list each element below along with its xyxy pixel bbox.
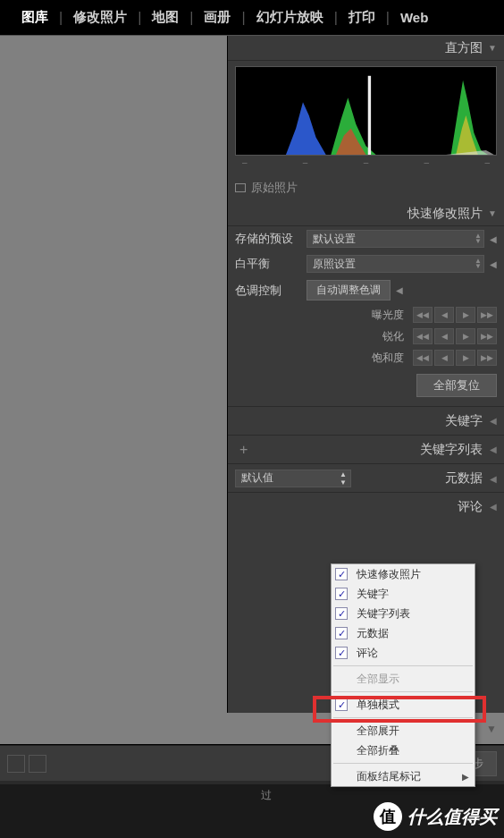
sharpen-dec-large[interactable]: ◀◀ [413,328,433,344]
nav-print[interactable]: 打印 [338,9,386,26]
sharpen-inc[interactable]: ▶ [456,328,475,344]
exposure-label: 曝光度 [372,308,404,323]
sharpen-inc-large[interactable]: ▶▶ [477,328,497,344]
keyword-list-title: 关键字列表 [420,442,483,458]
compare-icon[interactable] [29,755,46,773]
saturation-dec[interactable]: ◀ [434,350,454,366]
sharpen-dec[interactable]: ◀ [434,328,454,344]
chevron-down-icon: ▼ [488,43,497,53]
ctx-quick-develop[interactable]: ✓快速修改照片 [332,564,475,584]
nav-map[interactable]: 地图 [141,9,189,26]
ctx-metadata[interactable]: ✓元数据 [332,623,475,643]
quick-develop-title: 快速修改照片 [407,206,483,222]
chevron-left-icon: ◀ [490,502,497,512]
histogram-chart[interactable] [235,66,497,156]
histogram-header[interactable]: 直方图 ▼ [228,36,504,61]
tone-label: 色调控制 [235,283,307,299]
original-photo-row[interactable]: 原始照片 [228,174,504,201]
reset-all-button[interactable]: 全部复位 [416,374,497,397]
saturation-inc-large[interactable]: ▶▶ [477,350,497,366]
check-icon: ✓ [335,647,348,659]
check-icon: ✓ [335,568,348,580]
metadata-select[interactable]: 默认值▲▼ [235,470,351,487]
chevron-left-icon: ◀ [490,444,497,454]
svg-rect-0 [368,76,371,155]
saturation-dec-large[interactable]: ◀◀ [413,350,433,366]
original-photo-label: 原始照片 [251,180,298,196]
preset-label: 存储的预设 [235,231,307,247]
ctx-solo-mode[interactable]: ✓单独模式 [332,695,475,715]
keyword-list-header[interactable]: + 关键字列表◀ [228,435,504,463]
ctx-expand-all[interactable]: 全部展开 [332,721,475,741]
chevron-left-icon: ◀ [490,474,497,484]
ctx-collapse-all[interactable]: 全部折叠 [332,741,475,760]
exposure-dec-large[interactable]: ◀◀ [413,307,433,323]
histogram-title: 直方图 [445,40,483,56]
collapse-icon[interactable]: ◀ [490,234,497,244]
watermark: 值 什么值得买 [374,802,497,831]
nav-slideshow[interactable]: 幻灯片放映 [246,9,334,26]
auto-tone-button[interactable]: 自动调整色调 [307,280,391,300]
sharpen-label: 锐化 [382,329,404,344]
filter-label: 过 [261,788,272,803]
panel-context-menu: ✓快速修改照片 ✓关键字 ✓关键字列表 ✓元数据 ✓评论 全部显示 ✓单独模式 … [331,563,475,787]
ctx-show-all: 全部显示 [332,669,475,689]
nav-book[interactable]: 画册 [193,9,241,26]
quick-develop-header[interactable]: 快速修改照片 ▼ [228,201,504,226]
top-nav: 图库| 修改照片| 地图| 画册| 幻灯片放映| 打印| Web [0,0,504,36]
comments-header[interactable]: 评论◀ [228,492,504,521]
wb-label: 白平衡 [235,256,307,272]
saturation-inc[interactable]: ▶ [456,350,475,366]
check-icon: ✓ [335,588,348,600]
collapse-icon[interactable]: ◀ [396,285,403,295]
chevron-left-icon: ◀ [490,416,497,426]
canvas-area[interactable] [0,36,228,715]
nav-web[interactable]: Web [390,10,439,25]
chevron-down-icon: ▼ [486,723,497,735]
metadata-header[interactable]: 默认值▲▼ 元数据◀ [228,463,504,492]
exposure-dec[interactable]: ◀ [434,307,454,323]
collapse-icon[interactable]: ◀ [490,259,497,269]
check-icon: ✓ [335,627,348,639]
check-icon: ✓ [335,607,348,620]
ctx-comments[interactable]: ✓评论 [332,643,475,663]
keywords-header[interactable]: 关键字◀ [228,406,504,435]
original-photo-icon [235,183,246,192]
watermark-logo-icon: 值 [374,802,402,831]
check-icon: ✓ [335,698,348,711]
exposure-inc-large[interactable]: ▶▶ [477,307,497,323]
watermark-text: 什么值得买 [407,805,497,829]
nav-library[interactable]: 图库 [11,9,59,26]
comments-title: 评论 [458,499,483,515]
chevron-down-icon: ▼ [488,208,497,218]
keywords-title: 关键字 [445,413,483,429]
ctx-keywords[interactable]: ✓关键字 [332,584,475,604]
grid-icon[interactable] [7,755,25,773]
nav-develop[interactable]: 修改照片 [63,9,138,26]
wb-select[interactable]: 原照设置▲▼ [307,255,484,273]
histogram-marks: ––––– [235,156,497,169]
plus-icon[interactable]: + [239,442,248,458]
exposure-inc[interactable]: ▶ [456,307,475,323]
ctx-end-marker[interactable]: 面板结尾标记▶ [332,766,475,786]
submenu-arrow-icon: ▶ [462,772,469,782]
saturation-label: 饱和度 [372,351,404,366]
ctx-keyword-list[interactable]: ✓关键字列表 [332,604,475,623]
metadata-title: 元数据 [445,470,483,485]
preset-select[interactable]: 默认设置▲▼ [307,230,484,248]
